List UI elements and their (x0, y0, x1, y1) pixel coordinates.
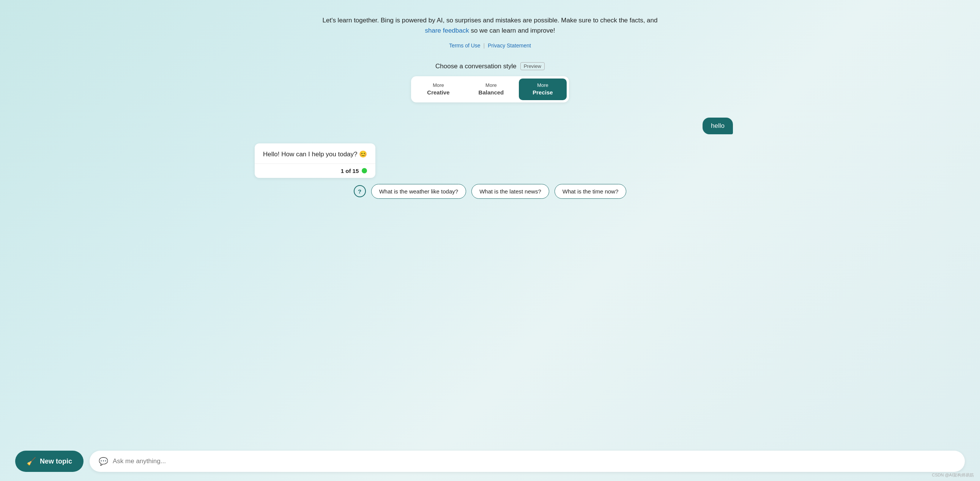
question-icon: ? (354, 185, 366, 197)
style-btn-precise-top: More (537, 82, 549, 89)
style-btn-balanced[interactable]: More Balanced (465, 79, 518, 100)
page-wrapper: Let's learn together. Bing is powered by… (0, 0, 980, 481)
ai-bubble: Hello! How can I help you today? 😊 1 of … (255, 143, 375, 178)
ai-bubble-text: Hello! How can I help you today? 😊 (255, 143, 375, 164)
link-separator: | (484, 43, 485, 49)
style-btn-balanced-bottom: Balanced (479, 89, 504, 96)
watermark: CSDN @AI架构师易筋 (932, 472, 974, 478)
style-btn-balanced-top: More (485, 82, 497, 89)
style-label: Choose a conversation style (435, 63, 517, 70)
chat-bubble-icon: 💬 (99, 457, 108, 466)
style-label-row: Choose a conversation style Preview (435, 62, 545, 70)
user-message-row: hello (224, 117, 756, 134)
new-topic-label: New topic (40, 457, 72, 465)
counter-text: 1 of 15 (341, 168, 359, 174)
style-btn-creative-top: More (433, 82, 444, 89)
style-btn-precise[interactable]: More Precise (519, 79, 566, 100)
bottom-bar: 🧹 New topic 💬 (0, 444, 980, 481)
footer-links-row: Terms of Use | Privacy Statement (449, 43, 531, 49)
user-bubble: hello (703, 117, 733, 134)
terms-of-use-link[interactable]: Terms of Use (449, 43, 480, 49)
green-dot-indicator (362, 168, 367, 173)
style-btn-creative[interactable]: More Creative (413, 79, 463, 100)
share-feedback-link[interactable]: share feedback (425, 27, 469, 34)
user-message-text: hello (711, 122, 725, 129)
style-btn-creative-bottom: Creative (427, 89, 449, 96)
suggestion-btn-weather[interactable]: What is the weather like today? (371, 184, 466, 199)
ai-message-row: Hello! How can I help you today? 😊 1 of … (224, 143, 756, 178)
style-btn-precise-bottom: Precise (533, 89, 553, 96)
top-notice: Let's learn together. Bing is powered by… (319, 15, 661, 36)
conversation-style-section: Choose a conversation style Preview More… (411, 62, 569, 102)
input-bar: 💬 (89, 451, 965, 472)
preview-badge: Preview (520, 62, 545, 70)
broom-icon: 🧹 (27, 457, 36, 466)
privacy-statement-link[interactable]: Privacy Statement (488, 43, 531, 49)
suggestion-btn-news[interactable]: What is the latest news? (471, 184, 549, 199)
ask-input[interactable] (113, 457, 956, 465)
suggestion-btn-time[interactable]: What is the time now? (555, 184, 627, 199)
chat-area: hello Hello! How can I help you today? 😊… (224, 117, 756, 473)
ai-message-text: Hello! How can I help you today? 😊 (263, 151, 367, 158)
style-buttons-group: More Creative More Balanced More Precise (411, 76, 569, 102)
suggestions-row: ? What is the weather like today? What i… (224, 184, 756, 199)
ai-bubble-counter: 1 of 15 (255, 164, 375, 178)
new-topic-button[interactable]: 🧹 New topic (15, 451, 83, 472)
